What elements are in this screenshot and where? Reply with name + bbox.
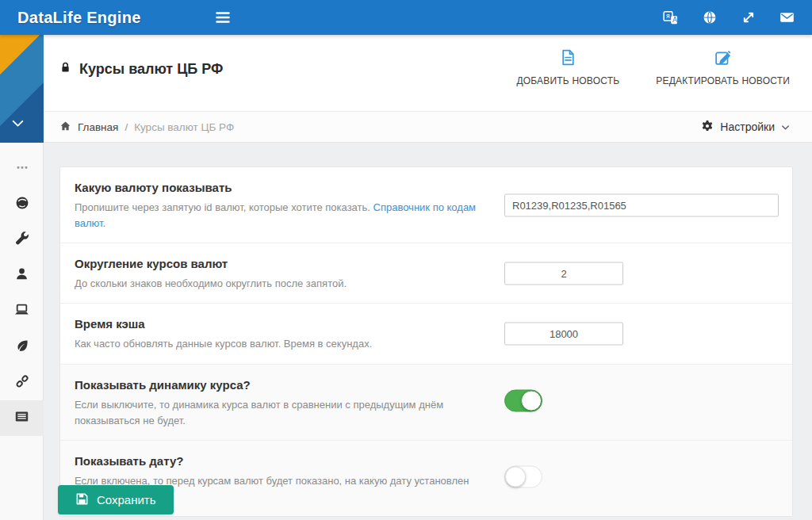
laptop-icon (14, 302, 29, 320)
toggle-knob (505, 467, 526, 488)
setting-description: Если выключите, то динамика курса валют … (75, 397, 491, 429)
edit-icon (714, 49, 731, 68)
breadcrumb-bar: Главная / Курсы валют ЦБ РФ Настройки (44, 111, 812, 143)
floppy-disk-icon (75, 492, 89, 508)
sidebar-item-system[interactable] (0, 293, 44, 329)
sidebar-item-plugins[interactable] (0, 329, 44, 365)
setting-description: Пропишите через запятую id валют, которы… (75, 200, 491, 231)
app-logo: DataLife Engine (17, 9, 141, 27)
setting-title: Показывать динамику курса? (75, 378, 776, 392)
home-icon (59, 120, 71, 134)
svg-text:я: я (666, 12, 670, 20)
topbar: DataLife Engine я A (0, 0, 812, 35)
svg-text:A: A (672, 16, 678, 24)
breadcrumb-current: Курсы валют ЦБ РФ (134, 121, 234, 133)
leaf-icon (15, 338, 29, 356)
setting-row-currency-ids: Какую валюту показывать Пропишите через … (60, 167, 792, 243)
newspaper-icon (14, 409, 29, 427)
currency-ids-input[interactable] (504, 193, 779, 216)
setting-title: Какую валюту показывать (75, 181, 776, 194)
ellipsis-icon (16, 161, 29, 177)
add-news-label: ДОБАВИТЬ НОВОСТЬ (516, 75, 619, 86)
setting-title: Округление курсов валют (75, 257, 776, 270)
mail-icon[interactable] (779, 10, 795, 25)
page-header: Курсы валют ЦБ РФ ДОБАВИТЬ НОВОСТЬ РЕДАК… (44, 35, 812, 111)
link-icon (15, 374, 29, 392)
main-area: Курсы валют ЦБ РФ ДОБАВИТЬ НОВОСТЬ РЕДАК… (44, 35, 812, 520)
sidebar-item-users[interactable] (0, 258, 44, 293)
settings-dropdown[interactable]: Настройки (701, 112, 790, 142)
add-news-button[interactable]: ДОБАВИТЬ НОВОСТЬ (516, 49, 619, 86)
setting-description: До скольки знаков необходимо округлить п… (75, 276, 491, 292)
sidebar-item-more[interactable] (0, 151, 44, 186)
sidebar-item-news[interactable] (0, 400, 44, 436)
page-title: Курсы валют ЦБ РФ (59, 61, 223, 78)
setting-row-rounding: Округление курсов валют До скольки знако… (60, 243, 792, 303)
breadcrumb-separator: / (124, 121, 128, 133)
save-label: Сохранить (97, 493, 156, 507)
breadcrumb-home-link[interactable]: Главная (59, 120, 118, 134)
rounding-input[interactable] (504, 262, 623, 285)
topbar-icon-group: я A (663, 0, 795, 35)
content-area: Какую валюту показывать Пропишите через … (44, 143, 812, 519)
globe-icon (15, 196, 29, 213)
wrench-icon (15, 231, 29, 249)
header-actions: ДОБАВИТЬ НОВОСТЬ РЕДАКТИРОВАТЬ НОВОСТИ (516, 49, 790, 86)
settings-panel: Какую валюту показывать Пропишите через … (59, 166, 793, 517)
show-date-toggle[interactable] (504, 466, 542, 488)
setting-title: Время кэша (75, 317, 776, 331)
setting-title: Показывать дату? (75, 454, 776, 468)
settings-label: Настройки (720, 120, 775, 133)
edit-news-label: РЕДАКТИРОВАТЬ НОВОСТИ (656, 75, 790, 86)
breadcrumb: Главная / Курсы валют ЦБ РФ (59, 120, 234, 134)
lock-icon (59, 61, 71, 78)
chevron-down-icon (11, 117, 25, 132)
sidebar-profile-banner[interactable] (0, 35, 44, 143)
fullscreen-icon[interactable] (741, 10, 756, 25)
sidebar-item-tools[interactable] (0, 222, 44, 258)
chevron-down-icon (781, 120, 790, 133)
show-dynamics-toggle[interactable] (504, 390, 542, 412)
gear-icon (701, 120, 714, 135)
setting-row-show-dynamics: Показывать динамику курса? Если выключит… (60, 364, 792, 440)
setting-description: Как часто обновлять данные курсов валют.… (75, 336, 491, 352)
sidebar (0, 35, 44, 520)
sidebar-nav (0, 143, 43, 436)
edit-news-button[interactable]: РЕДАКТИРОВАТЬ НОВОСТИ (656, 49, 790, 86)
sidebar-item-site[interactable] (0, 186, 44, 222)
user-icon (15, 267, 29, 284)
save-button[interactable]: Сохранить (58, 485, 174, 514)
file-icon (560, 49, 576, 68)
globe-icon[interactable] (702, 10, 717, 25)
setting-row-cache-time: Время кэша Как часто обновлять данные ку… (60, 303, 792, 363)
translate-icon[interactable]: я A (663, 10, 678, 25)
sidebar-item-links[interactable] (0, 365, 44, 400)
cache-time-input[interactable] (504, 322, 623, 345)
toggle-knob (521, 391, 542, 411)
menu-icon[interactable] (214, 10, 232, 25)
